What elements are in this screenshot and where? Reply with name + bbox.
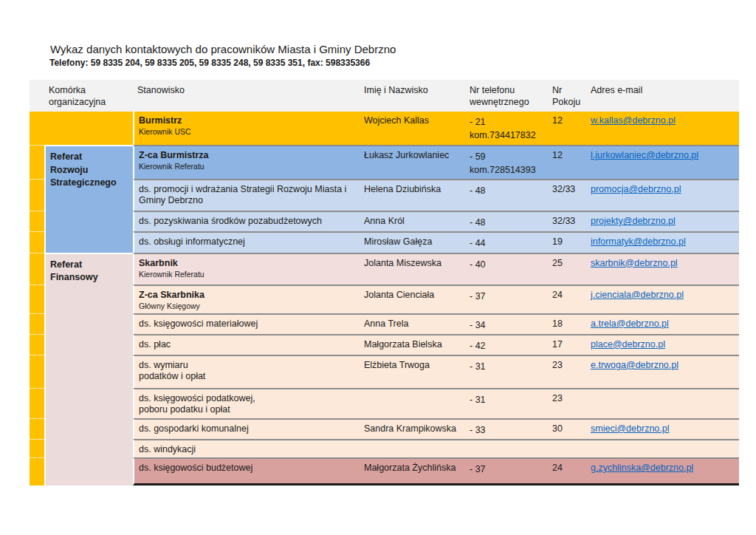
accent-strip-cell: [30, 439, 44, 457]
email-link[interactable]: j.cienciala@debrzno.pl: [591, 290, 684, 300]
header-strip-cell: [30, 80, 44, 112]
phone-cell: - 59 kom.728514393: [465, 145, 548, 179]
document-page: Wykaz danych kontaktowych do pracowników…: [0, 0, 756, 535]
email-cell: a.trela@debrzno.pl: [586, 313, 739, 334]
position-cell: ds. pozyskiwania środków pozabudżetowych: [133, 211, 360, 231]
email-link[interactable]: promocja@debrzno.pl: [591, 184, 681, 194]
room-cell: [548, 439, 586, 457]
name-cell: Łukasz Jurkowlaniec: [360, 145, 465, 179]
name-cell: Sandra Krampikowska: [360, 418, 465, 439]
accent-strip-cell: [30, 112, 44, 145]
position-title: ds. wymiaru podatków i opłat: [139, 360, 355, 382]
name-cell: Anna Król: [360, 211, 465, 231]
position-cell: ds. wymiaru podatków i opłat: [133, 355, 360, 388]
phone-cell: - 37: [465, 284, 548, 313]
email-link[interactable]: informatyk@debrzno.pl: [591, 236, 686, 247]
position-title: ds. windykacji: [139, 444, 355, 455]
position-title: ds. księgowości budżetowej: [139, 463, 355, 474]
room-cell: 32/33: [548, 179, 586, 211]
email-link[interactable]: e.trwoga@debrzno.pl: [591, 360, 678, 370]
accent-strip-cell: [30, 388, 44, 418]
position-title: Skarbnik: [139, 258, 355, 269]
phone-cell: - 40: [465, 253, 548, 284]
position-cell: Z-ca Skarbnika Główny Księgowy: [133, 284, 360, 313]
phone-cell: [465, 439, 548, 457]
email-cell: promocja@debrzno.pl: [586, 179, 739, 211]
position-title: ds. płac: [139, 339, 355, 350]
email-link[interactable]: a.trela@debrzno.pl: [591, 318, 669, 329]
contacts-table: Komórka organizacyjna Stanowisko Imię i …: [30, 80, 739, 485]
accent-strip-cell: [30, 418, 44, 439]
email-link[interactable]: w.kallas@debrzno.pl: [591, 115, 676, 126]
name-cell: Małgorzata Żychlińska: [360, 457, 465, 485]
email-cell: w.kallas@debrzno.pl: [586, 112, 739, 145]
table-row: ds. gospodarki komunalnej Sandra Krampik…: [30, 418, 739, 439]
email-cell: g.zychlinska@debrzno.pl: [586, 457, 739, 485]
position-cell: ds. obsługi informatycznej: [133, 231, 360, 252]
name-cell: Wojciech Kallas: [360, 112, 465, 145]
table-row: Referat Rozwoju Strategicznego Z-ca Burm…: [30, 145, 739, 179]
table-row: ds. windykacji: [30, 439, 739, 457]
email-cell: informatyk@debrzno.pl: [586, 231, 739, 252]
name-cell: Elżbieta Trwoga: [360, 355, 465, 388]
email-cell: skarbnik@debrzno.pl: [586, 253, 739, 284]
room-cell: 24: [548, 284, 586, 313]
position-title: Burmistrz: [139, 115, 355, 126]
email-cell: e.trwoga@debrzno.pl: [586, 355, 739, 388]
table-row: Burmistrz Kierownik USC Wojciech Kallas …: [30, 112, 739, 145]
phone-cell: - 34: [465, 313, 548, 334]
position-cell: ds. księgowości materiałowej: [133, 313, 360, 334]
accent-strip-cell: [30, 211, 44, 231]
col-header-unit: Komórka organizacyjna: [44, 80, 133, 112]
page-phone-list: Telefony: 59 8335 204, 59 8335 205, 59 8…: [49, 58, 370, 68]
accent-strip-cell: [30, 457, 44, 485]
position-title: Z-ca Burmistrza: [139, 150, 355, 161]
table-row: ds. księgowości budżetowej Małgorzata Ży…: [30, 457, 739, 485]
position-title: ds. obsługi informatycznej: [139, 236, 355, 248]
name-cell: [360, 439, 465, 457]
position-cell: ds. płac: [133, 334, 360, 355]
email-link[interactable]: g.zychlinska@debrzno.pl: [591, 463, 693, 473]
col-header-room: Nr Pokoju: [548, 80, 586, 112]
unit-cell: [44, 112, 133, 145]
accent-strip-cell: [30, 313, 44, 334]
room-cell: 30: [548, 418, 586, 439]
name-cell: Jolanta Miszewska: [360, 253, 465, 284]
table-header-row: Komórka organizacyjna Stanowisko Imię i …: [30, 80, 739, 112]
position-cell: ds. księgowości budżetowej: [133, 457, 360, 485]
room-cell: 12: [548, 112, 586, 145]
unit-group-cell: Referat Rozwoju Strategicznego: [44, 145, 133, 253]
email-link[interactable]: l.jurkowlaniec@debrzno.pl: [591, 150, 698, 160]
phone-cell: - 31: [465, 355, 548, 388]
email-link[interactable]: smieci@debrzno.pl: [591, 423, 669, 434]
room-cell: 18: [548, 313, 586, 334]
name-cell: Helena Dziubińska: [360, 179, 465, 211]
accent-strip-cell: [30, 355, 44, 388]
email-cell: projekty@debrzno.pl: [586, 211, 739, 231]
email-link[interactable]: skarbnik@debrzno.pl: [591, 258, 678, 268]
table-row: ds. obsługi informatycznej Mirosław Gałę…: [30, 231, 739, 252]
position-subtitle: Kierownik USC: [139, 127, 355, 137]
position-title: ds. gospodarki komunalnej: [139, 423, 355, 435]
email-link[interactable]: place@debrzno.pl: [591, 339, 665, 350]
position-title: ds. księgowości materiałowej: [139, 318, 355, 330]
position-cell: ds. gospodarki komunalnej: [133, 418, 360, 439]
email-cell: place@debrzno.pl: [586, 334, 739, 355]
room-cell: 23: [548, 355, 586, 388]
phone-cell: - 42: [465, 334, 548, 355]
email-link[interactable]: projekty@debrzno.pl: [591, 216, 676, 226]
table-row: ds. pozyskiwania środków pozabudżetowych…: [30, 211, 739, 231]
phone-cell: - 31: [465, 388, 548, 418]
email-cell: [586, 388, 739, 418]
name-cell: [360, 388, 465, 418]
email-cell: smieci@debrzno.pl: [586, 418, 739, 439]
room-cell: 17: [548, 334, 586, 355]
col-header-name: Imię i Nazwisko: [360, 80, 465, 112]
position-cell: Burmistrz Kierownik USC: [133, 112, 360, 145]
accent-strip-cell: [30, 284, 44, 313]
email-cell: [586, 439, 739, 457]
name-cell: Anna Trela: [360, 313, 465, 334]
accent-strip-cell: [30, 179, 44, 211]
position-subtitle: Kierownik Referatu: [139, 270, 355, 279]
unit-group-cell: Referat Finansowy: [44, 253, 133, 486]
